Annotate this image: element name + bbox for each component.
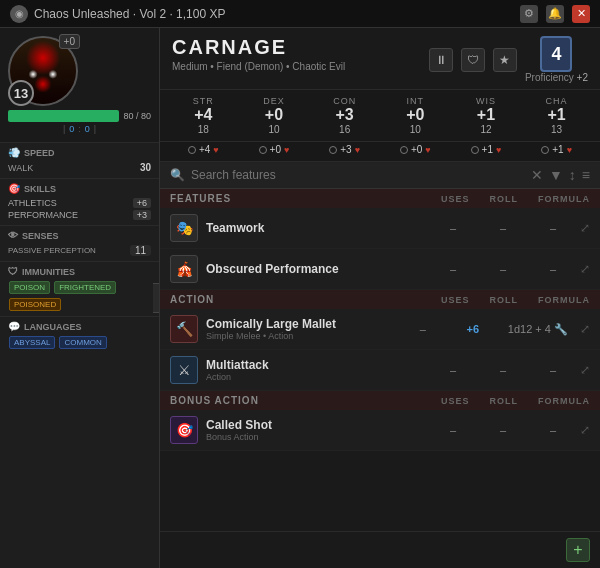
expand-teamwork[interactable]: ⤢ — [580, 221, 590, 235]
hp-extra-right: 0 — [85, 124, 90, 134]
languages-tags: ABYSSAL COMMON — [8, 335, 151, 350]
hp-extra-left: 0 — [69, 124, 74, 134]
pause-button[interactable]: ⏸ — [429, 48, 453, 72]
save-circle-dex — [259, 146, 267, 154]
languages-icon: 💬 — [8, 321, 20, 332]
char-name: Carnage — [172, 36, 345, 59]
feature-teamwork[interactable]: 🎭 Teamwork – – – ⤢ — [160, 208, 600, 249]
feature-cols-called-shot: – – – — [438, 424, 568, 436]
stat-int: INT +0 10 — [390, 96, 440, 135]
save-circle-wis — [471, 146, 479, 154]
feature-obscured-performance[interactable]: 🎪 Obscured Performance – – – ⤢ — [160, 249, 600, 290]
heart-icon-wis: ♥ — [496, 145, 501, 155]
save-circle-cha — [541, 146, 549, 154]
shield-button[interactable]: 🛡 — [461, 48, 485, 72]
immunities-tags: POISON FRIGHTENED — [8, 280, 151, 295]
search-input[interactable] — [191, 168, 525, 182]
search-bar: 🔍 ✕ ▼ ↕ ≡ — [160, 162, 600, 189]
expand-multiattack[interactable]: ⤢ — [580, 363, 590, 377]
layers-button[interactable]: ≡ — [582, 167, 590, 183]
speed-section: 💨 SPEED WALK 30 — [0, 142, 159, 178]
immunity-poison: POISON — [9, 281, 50, 294]
right-panel: Carnage Medium • Fiend (Demon) • Chaotic… — [160, 28, 600, 568]
heart-icon-str: ♥ — [213, 145, 218, 155]
speed-icon: 💨 — [8, 147, 20, 158]
condition-poisoned: POISONED — [9, 298, 61, 311]
hp-row: 80 / 80 — [8, 110, 151, 122]
passive-perception-row: PASSIVE PERCEPTION 11 — [8, 244, 151, 257]
feature-icon-multiattack: ⚔ — [170, 356, 198, 384]
clear-search-button[interactable]: ✕ — [531, 167, 543, 183]
proficiency-text: Proficiency +2 — [525, 72, 588, 83]
char-info-right: ⏸ 🛡 ★ 4 Proficiency +2 — [429, 36, 588, 83]
speed-label: 💨 SPEED — [8, 147, 151, 158]
add-feature-button[interactable]: + — [566, 538, 590, 562]
section-action-header: Action USES ROLL FORMULA — [160, 290, 600, 309]
feature-cols-obscured-performance: – – – — [438, 263, 568, 275]
char-header: +0 13 80 / 80 | 0 : 0 | — [0, 28, 159, 142]
collapse-panel-button[interactable]: ‹ — [153, 283, 160, 313]
section-bonus-action-header: Bonus Action USES ROLL FORMULA — [160, 391, 600, 410]
search-icon: 🔍 — [170, 168, 185, 182]
char-subtitle: Medium • Fiend (Demon) • Chaotic Evil — [172, 61, 345, 72]
feature-called-shot[interactable]: 🎯 Called Shot Bonus Action – – – ⤢ — [160, 410, 600, 451]
skills-section: 🎯 SKILLS ATHLETICS +6 PERFORMANCE +3 — [0, 178, 159, 225]
senses-label: 👁 SENSES — [8, 230, 151, 241]
sort-button[interactable]: ↕ — [569, 167, 576, 183]
skills-icon: 🎯 — [8, 183, 20, 194]
feature-icon-mallet: 🔨 — [170, 315, 198, 343]
settings-icon[interactable]: ⚙ — [520, 5, 538, 23]
stat-wis: WIS +1 12 — [461, 96, 511, 135]
notification-icon[interactable]: 🔔 — [546, 5, 564, 23]
immunity-icon: 🛡 — [8, 266, 18, 277]
feature-multiattack[interactable]: ⚔ Multiattack Action – – – ⤢ — [160, 350, 600, 391]
char-info-left: Carnage Medium • Fiend (Demon) • Chaotic… — [172, 36, 345, 72]
save-circle-str — [188, 146, 196, 154]
hp-text: 80 / 80 — [123, 111, 151, 121]
main-layout: +0 13 80 / 80 | 0 : 0 | — [0, 28, 600, 568]
stat-cha: CHA +1 13 — [532, 96, 582, 135]
top-bar-left: ◉ Chaos Unleashed · Vol 2 · 1,100 XP — [10, 5, 225, 23]
search-actions: ✕ ▼ ↕ ≡ — [531, 167, 590, 183]
immunities-label: 🛡 IMMUNITIES — [8, 266, 151, 277]
feature-icon-obscured-performance: 🎪 — [170, 255, 198, 283]
char-level: 13 — [8, 80, 34, 106]
feature-comically-large-mallet[interactable]: 🔨 Comically Large Mallet Simple Melee • … — [160, 309, 600, 350]
skills-label: 🎯 SKILLS — [8, 183, 151, 194]
char-info-top: Carnage Medium • Fiend (Demon) • Chaotic… — [160, 28, 600, 90]
top-bar: ◉ Chaos Unleashed · Vol 2 · 1,100 XP ⚙ 🔔… — [0, 0, 600, 28]
ac-badge: 4 — [540, 36, 572, 72]
heart-icon-int: ♥ — [425, 145, 430, 155]
senses-icon: 👁 — [8, 230, 18, 241]
feature-info-mallet: Comically Large Mallet Simple Melee • Ac… — [206, 317, 400, 341]
conditions-tags: POISONED — [8, 297, 151, 312]
bottom-bar: + — [160, 531, 600, 568]
save-circle-con — [329, 146, 337, 154]
language-abyssal: ABYSSAL — [9, 336, 55, 349]
immunities-section: 🛡 IMMUNITIES POISON FRIGHTENED POISONED — [0, 261, 159, 316]
feature-info-multiattack: Multiattack Action — [206, 358, 430, 382]
heart-icon-cha: ♥ — [567, 145, 572, 155]
expand-called-shot[interactable]: ⤢ — [580, 423, 590, 437]
filter-button[interactable]: ▼ — [549, 167, 563, 183]
save-row: +4 ♥ +0 ♥ +3 ♥ +0 ♥ +1 ♥ — [160, 142, 600, 162]
feature-info-teamwork: Teamwork — [206, 221, 430, 235]
senses-section: 👁 SENSES PASSIVE PERCEPTION 11 — [0, 225, 159, 261]
star-button[interactable]: ★ — [493, 48, 517, 72]
save-str: +4 ♥ — [178, 144, 228, 155]
char-portrait-row: +0 13 — [8, 36, 151, 106]
immunity-frightened: FRIGHTENED — [54, 281, 116, 294]
hp-bar-container — [8, 110, 119, 122]
stat-dex: DEX +0 10 — [249, 96, 299, 135]
features-list: Features USES ROLL FORMULA 🎭 Teamwork – … — [160, 189, 600, 531]
save-int: +0 ♥ — [390, 144, 440, 155]
expand-obscured-performance[interactable]: ⤢ — [580, 262, 590, 276]
save-wis: +1 ♥ — [461, 144, 511, 155]
languages-label: 💬 LANGUAGES — [8, 321, 151, 332]
language-common: COMMON — [59, 336, 106, 349]
expand-mallet[interactable]: ⤢ — [580, 322, 590, 336]
feature-icon-teamwork: 🎭 — [170, 214, 198, 242]
feature-info-obscured-performance: Obscured Performance — [206, 262, 430, 276]
feature-info-called-shot: Called Shot Bonus Action — [206, 418, 430, 442]
close-icon[interactable]: ✕ — [572, 5, 590, 23]
